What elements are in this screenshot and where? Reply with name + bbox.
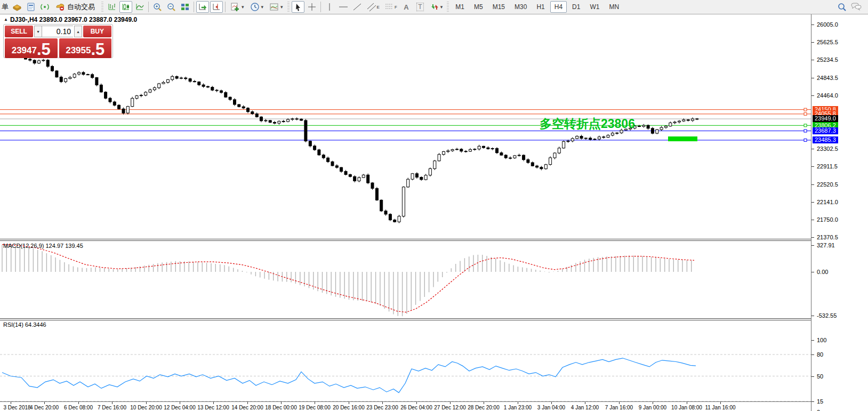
candlestick-chart[interactable]: 多空转折点23806 bbox=[0, 14, 811, 239]
new-order-label[interactable]: 单 bbox=[0, 2, 10, 12]
axis-tick bbox=[811, 220, 814, 220]
time-tick bbox=[518, 402, 518, 404]
timeframe-w1[interactable]: W1 bbox=[585, 1, 604, 13]
time-tick-label: 27 Dec 12:00 bbox=[434, 405, 466, 410]
zoom-in-icon[interactable] bbox=[151, 1, 164, 13]
axis-tick bbox=[811, 60, 814, 60]
price-tick-label: 22141.0 bbox=[817, 199, 838, 205]
price-level-label: 23485.3 bbox=[813, 136, 838, 143]
signal-icon[interactable] bbox=[38, 1, 51, 13]
toolbar-separator bbox=[194, 2, 194, 12]
cursor-tool-icon[interactable] bbox=[292, 1, 304, 13]
timeframe-h4[interactable]: H4 bbox=[550, 1, 567, 13]
time-tick-label: 3 Dec 2018 bbox=[3, 405, 30, 410]
arrows-tool-icon[interactable]: ▾ bbox=[428, 1, 445, 13]
toolbar-right bbox=[835, 1, 868, 13]
fibonacci-tool-icon[interactable]: F bbox=[382, 1, 399, 13]
chevron-down-icon[interactable]: ▾ bbox=[261, 4, 264, 10]
price-tick-label: 22520.5 bbox=[817, 181, 838, 188]
mt4-trading-window: 单 自动交易 bbox=[0, 0, 868, 411]
timeframe-m5[interactable]: M5 bbox=[470, 1, 487, 13]
price-tick-label: 26005.0 bbox=[817, 21, 838, 28]
time-tick-label: 7 Jan 16:00 bbox=[605, 405, 633, 410]
crosshair-tool-icon[interactable] bbox=[306, 1, 318, 13]
timeframe-m1[interactable]: M1 bbox=[451, 1, 469, 13]
line-chart-mode-icon[interactable] bbox=[133, 1, 146, 13]
toolbar-grip bbox=[101, 2, 103, 12]
time-tick-label: 20 Dec 16:00 bbox=[333, 405, 365, 410]
volume-decrease-button[interactable]: ▾ bbox=[34, 26, 42, 37]
chart-area: ▲DJ30-,H4 23893.0 23967.0 23887.0 23949.… bbox=[0, 14, 868, 411]
time-tick bbox=[349, 402, 349, 404]
price-level-label: 23687.3 bbox=[813, 127, 838, 134]
macd-tick-label: 0.00 bbox=[817, 269, 828, 275]
axis-tick bbox=[811, 237, 814, 238]
volume-input[interactable] bbox=[42, 26, 73, 37]
volume-increase-button[interactable]: ▴ bbox=[74, 26, 82, 37]
news-icon[interactable] bbox=[25, 1, 37, 13]
autotrade-label: 自动交易 bbox=[66, 2, 97, 12]
rsi-pane[interactable] bbox=[0, 320, 811, 401]
trendline-tool-icon[interactable] bbox=[351, 1, 364, 13]
timeframe-m30[interactable]: M30 bbox=[510, 1, 531, 13]
indicators-icon[interactable]: ▾ bbox=[228, 1, 246, 13]
one-click-trading-panel: SELL ▾ ▴ BUY 23947.5 23955.5 bbox=[3, 24, 113, 58]
vertical-line-tool-icon[interactable] bbox=[323, 1, 336, 13]
axis-tick bbox=[811, 272, 814, 272]
time-axis[interactable]: 3 Dec 20184 Dec 20:006 Dec 08:007 Dec 16… bbox=[0, 401, 811, 411]
text-label-tool-icon[interactable]: T bbox=[414, 1, 427, 13]
history-center-icon[interactable] bbox=[11, 1, 23, 13]
sell-price-display[interactable]: 23947.5 bbox=[5, 38, 58, 58]
time-tick bbox=[720, 402, 721, 404]
buy-price-display[interactable]: 23955.5 bbox=[59, 38, 112, 58]
collapse-panel-icon[interactable]: ▲ bbox=[4, 17, 8, 22]
macd-pane[interactable] bbox=[0, 240, 811, 318]
chevron-down-icon[interactable]: ▾ bbox=[440, 4, 443, 10]
sell-price-main: 23947 bbox=[12, 44, 37, 58]
horizontal-line-tool-icon[interactable] bbox=[337, 1, 350, 13]
templates-icon[interactable]: ▾ bbox=[267, 1, 285, 13]
autotrade-button[interactable]: 自动交易 bbox=[52, 1, 99, 13]
chart-shift-icon[interactable] bbox=[210, 1, 223, 13]
auto-scroll-icon[interactable] bbox=[196, 1, 209, 13]
chevron-down-icon[interactable]: ▾ bbox=[280, 4, 283, 10]
sell-price-frac: .5 bbox=[37, 41, 51, 58]
channel-tool-label: E bbox=[377, 5, 380, 10]
timeframe-mn[interactable]: MN bbox=[605, 1, 623, 13]
time-tick bbox=[78, 402, 79, 404]
zoom-out-icon[interactable] bbox=[165, 1, 178, 13]
candlestick-mode-icon[interactable] bbox=[119, 1, 132, 13]
time-tick-label: 18 Dec 00:00 bbox=[265, 405, 297, 410]
timeframe-m15[interactable]: M15 bbox=[488, 1, 509, 13]
time-tick bbox=[551, 402, 552, 404]
buy-button[interactable]: BUY bbox=[83, 26, 111, 37]
time-tick-label: 6 Dec 08:00 bbox=[64, 405, 93, 410]
time-tick-label: 12 Dec 04:00 bbox=[164, 405, 196, 410]
tile-windows-icon[interactable] bbox=[179, 1, 191, 13]
rsi-tick-label: 100 bbox=[817, 337, 826, 343]
bar-chart-mode-icon[interactable] bbox=[106, 1, 118, 13]
rsi-header: RSI(14) 64.3446 bbox=[3, 321, 46, 328]
periods-icon[interactable]: ▾ bbox=[247, 1, 266, 13]
toolbar-separator bbox=[225, 2, 226, 12]
time-tick bbox=[180, 402, 180, 404]
time-tick-label: 4 Jan 12:00 bbox=[571, 405, 599, 410]
timeframe-h1[interactable]: H1 bbox=[532, 1, 549, 13]
axis-tick bbox=[811, 149, 814, 149]
chevron-down-icon[interactable]: ▾ bbox=[242, 4, 244, 10]
time-tick bbox=[653, 402, 653, 404]
axis-tick bbox=[811, 42, 814, 43]
price-tick-label: 24464.0 bbox=[817, 92, 838, 99]
timeframe-d1[interactable]: D1 bbox=[568, 1, 584, 13]
axis-tick bbox=[811, 245, 814, 246]
text-tool-icon[interactable]: A bbox=[400, 1, 413, 13]
price-tick-label: 25625.5 bbox=[817, 39, 838, 45]
axis-tick bbox=[811, 25, 814, 25]
search-icon[interactable] bbox=[835, 1, 848, 13]
chat-icon[interactable] bbox=[849, 1, 863, 13]
time-tick bbox=[382, 402, 383, 404]
equidistant-channel-tool-icon[interactable]: E bbox=[365, 1, 381, 13]
sell-button[interactable]: SELL bbox=[5, 26, 33, 37]
price-axis[interactable]: 26005.025625.525234.524843.524464.023302… bbox=[811, 14, 868, 411]
time-tick bbox=[416, 402, 417, 404]
